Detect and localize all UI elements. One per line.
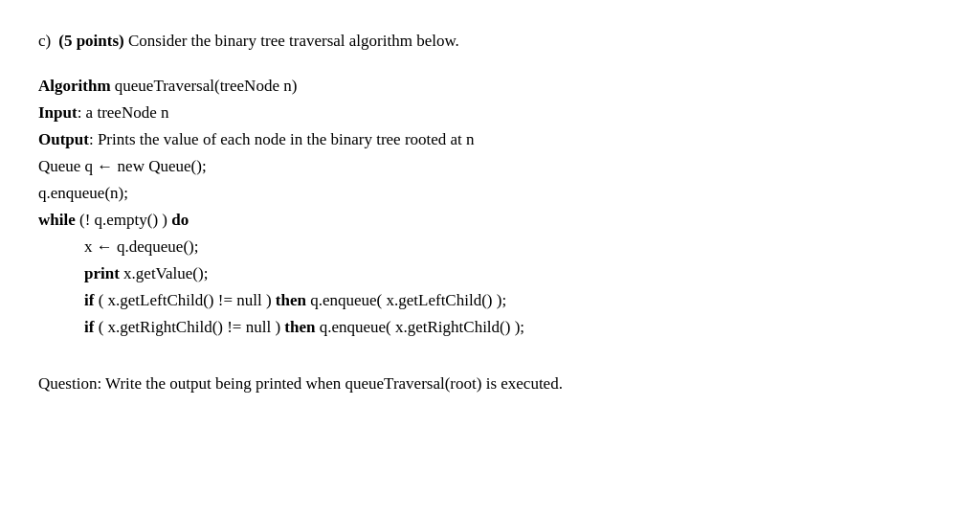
content-area: c) (5 points) Consider the binary tree t… (38, 29, 942, 395)
x-assign-text: x ← q.dequeue(); (84, 237, 198, 256)
question-header: c) (5 points) Consider the binary tree t… (38, 29, 942, 54)
queue-line-text: Queue q ← new Queue(); (38, 157, 207, 175)
footer-text: Question: Write the output being printed… (38, 374, 563, 393)
header-text: Consider the binary tree traversal algor… (128, 32, 459, 50)
algo-print-line: print x.getValue(); (38, 260, 942, 287)
output-rest: : Prints the value of each node in the b… (89, 130, 475, 148)
algo-x-assign-line: x ← q.dequeue(); (38, 234, 942, 260)
question-label: c) (38, 29, 51, 54)
question-text: (5 points) Consider the binary tree trav… (58, 29, 459, 54)
do-keyword: do (171, 211, 189, 229)
print-rest: x.getValue(); (120, 264, 209, 282)
algo-queue-line: Queue q ← new Queue(); (38, 153, 942, 180)
while-keyword: while (38, 211, 76, 229)
algo-enqueue-n-line: q.enqueue(n); (38, 180, 942, 207)
if2-keyword: if (84, 318, 94, 336)
algo-while-line: while (! q.empty() ) do (38, 207, 942, 234)
if1-keyword: if (84, 291, 94, 309)
algo-if2-line: if ( x.getRightChild() != null ) then q.… (38, 314, 942, 341)
if2-rest: ( x.getRightChild() != null ) (94, 318, 284, 336)
input-rest: : a treeNode n (78, 103, 169, 122)
algorithm-block: Algorithm queueTraversal(treeNode n) Inp… (38, 73, 942, 341)
algo-if1-line: if ( x.getLeftChild() != null ) then q.e… (38, 287, 942, 314)
algo-title-line: Algorithm queueTraversal(treeNode n) (38, 73, 942, 100)
points-label: (5 points) (58, 32, 123, 50)
print-keyword: print (84, 264, 120, 282)
if2-then: then (284, 318, 315, 336)
if1-then: then (276, 291, 306, 309)
output-keyword: Output (38, 130, 89, 148)
input-keyword: Input (38, 103, 78, 122)
algo-input-line: Input: a treeNode n (38, 100, 942, 126)
if1-rest: ( x.getLeftChild() != null ) (94, 291, 275, 309)
algo-output-line: Output: Prints the value of each node in… (38, 126, 942, 153)
footer-question: Question: Write the output being printed… (38, 372, 942, 396)
algorithm-title-rest: queueTraversal(treeNode n) (111, 77, 298, 95)
if2-action: q.enqueue( x.getRightChild() ); (315, 318, 524, 336)
algorithm-keyword: Algorithm (38, 77, 111, 95)
while-rest: (! q.empty() ) (76, 211, 172, 229)
if1-action: q.enqueue( x.getLeftChild() ); (306, 291, 506, 309)
enqueue-n-text: q.enqueue(n); (38, 184, 128, 202)
